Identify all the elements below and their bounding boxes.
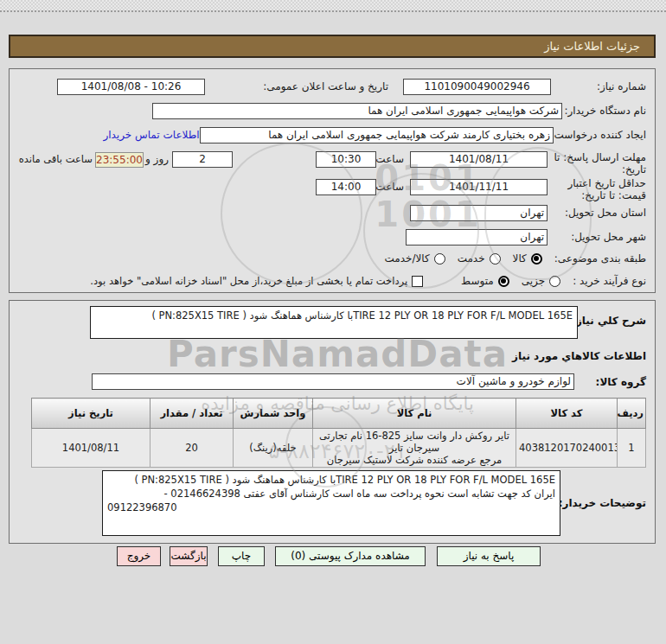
process-option-partial[interactable]: جزیی: [522, 275, 560, 287]
top-texture-strip: [0, 0, 666, 10]
buyer-notes-field[interactable]: TIRE 12 PLY OR 18 PLY FOR F/L MODEL 165E…: [102, 470, 560, 536]
buyer-notes-line2: ایران کد جهت تشابه است نحوه پرداخت سه ما…: [107, 487, 555, 501]
classification-option-goods-service-label: کالا/خدمت: [384, 252, 429, 265]
buyer-org-field[interactable]: شرکت هواپیمایی جمهوری اسلامی ایران هما: [152, 103, 562, 119]
goods-group-label: گروه کالا:: [596, 376, 646, 388]
validity-hour-label: ساعت: [375, 181, 404, 193]
deadline-time-field[interactable]: 10:30: [316, 151, 376, 168]
need-details-panel: شرح کلي نیاز: TIRE 12 PLY OR 18 PLY FOR …: [9, 300, 656, 544]
radio-selected-icon[interactable]: [498, 276, 509, 287]
announce-datetime-label: تاریخ و ساعت اعلان عمومی:: [263, 80, 388, 92]
goods-name-line1: تایر روکش دار وانت سایز 825-16 نام تجارت…: [316, 430, 513, 454]
radio-icon[interactable]: [434, 253, 445, 265]
cell-count-unit: حلقه(رینگ): [234, 429, 313, 468]
goods-table: ردیف کد کالا نام کالا واحد شمارش تعداد /…: [31, 398, 646, 468]
top-dotted-divider: [0, 10, 666, 12]
buyer-contact-link[interactable]: اطلاعات تماس خریدار: [103, 129, 200, 141]
general-info-panel: شماره نیاز: 1101090049002946 تاریخ و ساع…: [9, 68, 656, 293]
col-header-unit: واحد شمارش: [234, 399, 313, 429]
deadline-date-field[interactable]: 1401/08/11: [410, 151, 548, 168]
cell-row-number: 1: [618, 429, 646, 468]
need-description-field[interactable]: TIRE 12 PLY OR 18 PLY FOR F/L MODEL 165E…: [90, 306, 578, 339]
classification-option-service[interactable]: خدمت: [458, 252, 501, 265]
treasury-note-label: پرداخت تمام یا بخشی از مبلغ خرید،از محل …: [90, 275, 407, 287]
process-option-medium-label: متوسط: [461, 275, 494, 287]
goods-table-header-row: ردیف کد کالا نام کالا واحد شمارش تعداد /…: [32, 399, 646, 429]
col-header-name: نام کالا: [313, 399, 516, 429]
print-button[interactable]: چاپ: [218, 546, 265, 566]
need-number-label: شماره نیاز:: [597, 80, 646, 92]
cell-need-date: 1401/08/11: [32, 429, 150, 468]
need-details-page: جزئیات اطلاعات نیاز شماره نیاز: 11010900…: [0, 0, 666, 644]
buyer-notes-line3: 09122396870: [107, 501, 555, 514]
need-number-field[interactable]: 1101090049002946: [403, 79, 551, 95]
goods-name-line2: مرجع عرضه کننده شرکت لاستیک سیرجان: [316, 454, 513, 466]
cell-goods-code: 4038120170240013: [516, 429, 618, 468]
validity-time-field[interactable]: 14:00: [316, 179, 376, 195]
purchase-process-row: نوع فرآیند خرید : جزیی متوسط پرداخت تمام…: [90, 275, 646, 287]
goods-info-header: اطلاعات کالاهاي مورد نیاز: [512, 350, 646, 362]
response-deadline-label: مهلت ارسال پاسخ: تا تاریخ:: [544, 151, 646, 175]
announce-datetime-field[interactable]: 1401/08/08 - 10:26: [57, 79, 205, 95]
delivery-city-label: شهر محل تحویل:: [571, 231, 646, 243]
treasury-checkbox-icon[interactable]: [412, 276, 423, 287]
classification-option-goods-label: کالا: [513, 252, 527, 265]
request-creator-field[interactable]: زهره بختیاری کارمند شرکت هواپیمایی جمهور…: [200, 127, 554, 143]
delivery-province-field[interactable]: تهران: [410, 205, 548, 221]
cell-quantity: 20: [150, 429, 234, 468]
radio-icon[interactable]: [490, 253, 501, 265]
countdown-timer: 23:55:00: [95, 152, 144, 168]
classification-option-service-label: خدمت: [458, 252, 485, 265]
need-description-label: شرح کلي نیاز:: [572, 315, 646, 327]
back-button[interactable]: بازگشت: [170, 546, 208, 566]
col-header-qty: تعداد / مقدار: [150, 399, 234, 429]
process-option-medium[interactable]: متوسط: [461, 275, 509, 287]
col-header-code: کد کالا: [516, 399, 618, 429]
delivery-city-field[interactable]: تهران: [406, 229, 548, 245]
validity-date-field[interactable]: 1401/11/11: [410, 179, 548, 195]
goods-table-row: 1 4038120170240013 تایر روکش دار وانت سا…: [32, 429, 646, 468]
buyer-org-label: نام دستگاه خریدار:: [565, 105, 647, 117]
col-header-date: تاریخ نیاز: [32, 399, 150, 429]
purchase-process-label: نوع فرآیند خرید :: [573, 275, 646, 287]
hours-remaining-label: ساعت باقی مانده: [19, 153, 93, 165]
buyer-notes-label: توضیحات خریدار:: [559, 497, 646, 509]
days-and-label: روز و: [145, 153, 169, 165]
subject-classification-row: طبقه بندی موضوعی: کالا خدمت کالا/خدمت: [384, 252, 646, 265]
classification-option-goods[interactable]: کالا: [513, 252, 542, 265]
request-creator-label: ایجاد کننده درخواست:: [550, 129, 646, 141]
deadline-hour-label: ساعت: [375, 153, 404, 165]
col-header-row: ردیف: [618, 399, 646, 429]
view-attachments-button[interactable]: مشاهده مدارک پیوستی (0): [275, 546, 426, 566]
treasury-payment-option[interactable]: پرداخت تمام یا بخشی از مبلغ خرید،از محل …: [90, 275, 423, 287]
radio-selected-icon[interactable]: [531, 253, 542, 265]
classification-option-goods-service[interactable]: کالا/خدمت: [384, 252, 445, 265]
exit-button[interactable]: خروج: [117, 546, 161, 566]
respond-to-need-button[interactable]: پاسخ به نیاز: [437, 546, 541, 566]
price-validity-label: حداقل تاریخ اعتبار قیمت: تا تاریخ:: [553, 177, 646, 201]
radio-icon[interactable]: [549, 276, 560, 287]
delivery-province-label: استان محل تحویل:: [565, 207, 646, 219]
page-title: جزئیات اطلاعات نیاز: [544, 40, 654, 53]
cell-goods-name: تایر روکش دار وانت سایز 825-16 نام تجارت…: [313, 429, 516, 468]
buyer-notes-line1: TIRE 12 PLY OR 18 PLY FOR F/L MODEL 165E…: [107, 473, 555, 487]
goods-group-field[interactable]: لوازم خودرو و ماشین آلات: [92, 373, 574, 390]
process-option-partial-label: جزیی: [522, 275, 545, 287]
page-title-bar: جزئیات اطلاعات نیاز: [9, 35, 656, 58]
days-remaining-field[interactable]: 2: [172, 151, 233, 168]
subject-classification-label: طبقه بندی موضوعی:: [554, 252, 646, 265]
